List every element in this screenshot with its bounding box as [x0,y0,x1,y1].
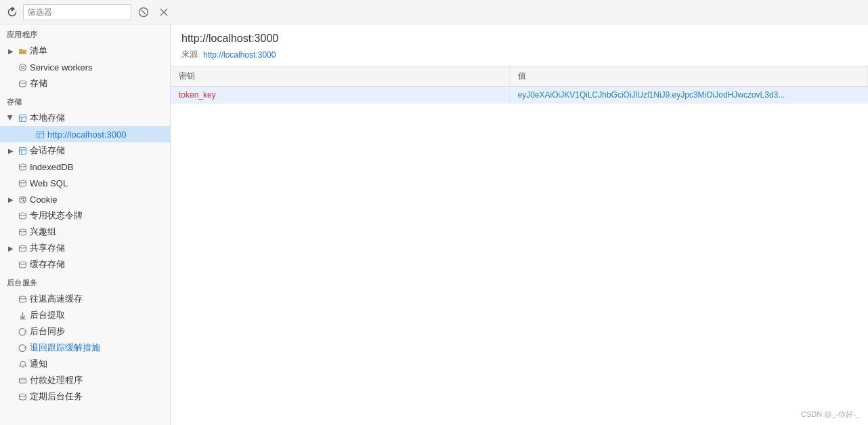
svg-point-6 [21,66,24,68]
data-table: 密钥 值 token_key eyJ0eXAiOiJKV1QiLCJhbGciO… [171,66,868,425]
sidebar: 应用程序 ▶ 清单 ▶ Service workers ▶ [0,24,171,425]
cache-storage-icon [18,260,27,269]
sidebar-item-shared-storage-label: 共享存储 [30,242,65,254]
close-button[interactable] [156,4,172,20]
sidebar-item-storage-app[interactable]: ▶ 存储 [0,75,170,92]
arrow-shared: ▶ [7,244,15,252]
arrow-cookie: ▶ [7,195,15,203]
sidebar-item-session-label: 会话存储 [30,144,65,157]
sidebar-item-cookie[interactable]: ▶ Cookie [0,191,170,207]
arrow-local-storage: ▶ [7,114,15,122]
svg-point-22 [23,197,24,199]
local-storage-icon [18,113,27,123]
content-header: http://localhost:3000 来源 http://localhos… [171,24,868,66]
watermark: CSDN @_-你好-_ [801,409,860,420]
sidebar-item-websql[interactable]: ▶ Web SQL [0,175,170,191]
sidebar-item-storage-app-label: 存储 [30,77,47,89]
origin-value: http://localhost:3000 [203,50,276,60]
sidebar-item-state-token-label: 专用状态令牌 [30,209,83,222]
svg-point-18 [19,180,26,183]
cell-value: eyJ0eXAiOiJKV1QiLCJhbGciOiJlUzl1NiJ9.eyJ… [509,87,868,104]
sidebar-item-bounce-tracking[interactable]: ▶ 退回跟踪缓解措施 [0,340,170,356]
cell-key: token_key [171,87,509,104]
col-header-key: 密钥 [171,66,509,87]
websql-icon [18,178,27,188]
sidebar-item-localhost[interactable]: ▶ http://localhost:3000 [0,126,170,142]
sidebar-item-background-fetch-label: 后台提取 [30,309,65,321]
toolbar [0,0,868,24]
sidebar-item-back-forward-cache[interactable]: ▶ 往返高速缓存 [0,291,170,307]
periodic-sync-icon [18,392,27,401]
svg-point-5 [19,64,26,70]
content-title: http://localhost:3000 [181,33,857,45]
content-area: http://localhost:3000 来源 http://localhos… [171,24,868,425]
sidebar-item-manifest-label: 清单 [30,45,47,57]
background-sync-icon [18,327,27,336]
service-workers-icon [18,62,27,72]
clear-filter-button[interactable] [135,4,152,20]
bfcache-icon [18,294,27,304]
folder-icon [18,46,27,56]
sidebar-item-background-sync-label: 后台同步 [30,325,65,338]
filter-input[interactable] [23,4,131,20]
sidebar-item-periodic-sync-label: 定期后台任务 [30,390,83,403]
svg-point-19 [19,196,26,203]
sidebar-item-bfcache-label: 往返高速缓存 [30,293,83,305]
storage-table: 密钥 值 token_key eyJ0eXAiOiJKV1QiLCJhbGciO… [171,66,868,104]
sidebar-item-interest-group[interactable]: ▶ 兴趣组 [0,224,170,240]
sidebar-item-local-storage[interactable]: ▶ 本地存储 [0,110,170,126]
sidebar-item-shared-storage[interactable]: ▶ 共享存储 [0,240,170,256]
svg-line-2 [142,10,146,14]
shared-storage-icon [18,243,27,253]
section-backend-label: 后台服务 [0,272,170,291]
svg-point-25 [19,245,26,248]
section-app-label: 应用程序 [0,24,170,43]
sidebar-item-localhost-label: http://localhost:3000 [47,129,126,140]
svg-point-7 [19,81,26,83]
content-origin-row: 来源 http://localhost:3000 [181,49,857,60]
table-row[interactable]: token_key eyJ0eXAiOiJKV1QiLCJhbGciOiJlUz… [171,87,868,104]
svg-point-20 [21,198,22,199]
sidebar-item-manifest[interactable]: ▶ 清单 [0,43,170,59]
col-header-value: 值 [509,66,868,87]
sidebar-item-periodic-background-sync[interactable]: ▶ 定期后台任务 [0,388,170,405]
interest-group-icon [18,227,27,237]
svg-point-23 [19,213,26,216]
sidebar-item-local-storage-label: 本地存储 [30,112,65,124]
table-header-row: 密钥 值 [171,66,868,87]
sidebar-item-service-workers[interactable]: ▶ Service workers [0,59,170,75]
svg-point-27 [19,296,26,299]
localhost-icon [35,129,45,139]
svg-marker-0 [12,7,15,11]
sidebar-item-background-fetch[interactable]: ▶ 后台提取 [0,307,170,323]
origin-label: 来源 [181,49,198,60]
session-storage-icon [18,146,27,155]
arrow-manifest: ▶ [7,47,15,55]
storage-app-icon [18,79,27,88]
state-token-icon [18,211,27,220]
bounce-tracking-icon [18,343,27,352]
sidebar-item-session-storage[interactable]: ▶ 会话存储 [0,142,170,159]
sidebar-item-interest-group-label: 兴趣组 [30,226,56,238]
sidebar-item-background-sync[interactable]: ▶ 后台同步 [0,323,170,340]
section-storage-label: 存储 [0,92,170,110]
sidebar-item-cookie-label: Cookie [30,195,57,205]
refresh-button[interactable] [5,5,19,19]
payment-handler-icon [18,376,27,385]
sidebar-item-indexeddb-label: IndexedDB [30,162,73,172]
sidebar-item-payment-handler[interactable]: ▶ 付款处理程序 [0,372,170,388]
svg-point-17 [19,164,26,167]
svg-rect-29 [19,378,26,383]
background-fetch-icon [18,310,27,320]
svg-point-24 [19,229,26,232]
sidebar-item-websql-label: Web SQL [30,178,68,188]
svg-rect-14 [19,147,26,154]
sidebar-item-state-token[interactable]: ▶ 专用状态令牌 [0,207,170,224]
sidebar-item-cache-storage[interactable]: ▶ 缓存存储 [0,256,170,272]
sidebar-item-notifications[interactable]: ▶ 通知 [0,356,170,372]
svg-rect-11 [37,131,43,138]
sidebar-item-payment-handler-label: 付款处理程序 [30,374,83,386]
svg-point-26 [19,262,26,264]
sidebar-item-indexeddb[interactable]: ▶ IndexedDB [0,159,170,175]
sidebar-item-cache-storage-label: 缓存存储 [30,258,65,270]
